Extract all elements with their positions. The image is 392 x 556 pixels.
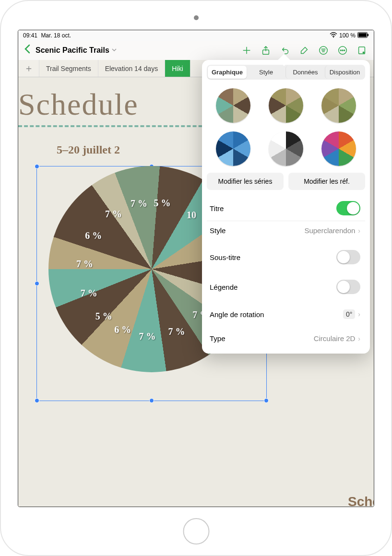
wifi-icon [330, 32, 337, 39]
row-angle[interactable]: Angle de rotation 0°› [207, 304, 365, 324]
battery-percent: 100 % [339, 32, 356, 39]
document-title-button[interactable]: Scenic Pacific Trails [36, 46, 117, 55]
edit-series-button[interactable]: Modifier les séries [207, 173, 284, 190]
row-style[interactable]: Style Superclarendon› [207, 221, 365, 240]
filter-button[interactable] [315, 42, 332, 59]
chevron-down-icon [111, 47, 117, 54]
pie-slice-label: 6 % [114, 324, 131, 335]
pie-slice-label: 5 % [95, 311, 112, 322]
format-popover: Graphique Style Données Disposition Modi… [202, 60, 370, 354]
sheet-tab-2[interactable]: Elevation 14 days [98, 60, 166, 77]
svg-point-8 [342, 50, 343, 51]
status-time: 09:41 [23, 32, 37, 39]
color-theme-swatches [207, 85, 365, 173]
resize-handle[interactable] [35, 164, 39, 169]
resize-handle[interactable] [264, 398, 269, 403]
add-sheet-button[interactable]: ＋ [18, 60, 39, 77]
color-theme-swatch[interactable] [216, 88, 250, 123]
color-theme-swatch[interactable] [216, 131, 250, 166]
svg-rect-3 [368, 34, 368, 36]
edit-references-button[interactable]: Modifier les réf. [288, 173, 365, 190]
pie-slice-label: 7 % [139, 331, 156, 342]
tab-disposition[interactable]: Disposition [325, 66, 364, 79]
color-theme-swatch[interactable] [321, 131, 356, 166]
svg-point-9 [344, 50, 345, 51]
popover-options-list: Titre Style Superclarendon› [207, 196, 365, 240]
pie-slice-label: 5 % [154, 197, 171, 208]
sheet-tab-3[interactable]: Hiki [165, 60, 190, 77]
share-button[interactable] [258, 42, 274, 59]
color-theme-swatch[interactable] [269, 88, 303, 123]
tab-style[interactable]: Style [247, 66, 285, 79]
status-bar: 09:41 Mar. 18 oct. 100 % [18, 30, 374, 41]
svg-point-11 [363, 52, 364, 53]
format-brush-button[interactable] [296, 42, 312, 59]
pie-slice-label: 7 % [131, 198, 147, 209]
pie-slice-label: 7 % [105, 208, 122, 219]
color-theme-swatch[interactable] [269, 131, 303, 166]
sheet-tab-1[interactable]: Trail Segments [39, 60, 98, 77]
collaborate-button[interactable] [354, 42, 370, 59]
heading-divider [18, 125, 220, 127]
pie-slice-label: 6 % [85, 230, 102, 241]
toggle-titre[interactable] [336, 201, 360, 215]
color-theme-swatch[interactable] [321, 88, 356, 123]
chevron-right-icon: › [358, 335, 360, 343]
row-soustitre: Sous-titre [207, 245, 365, 270]
resize-handle[interactable] [35, 398, 39, 403]
chevron-right-icon: › [358, 227, 360, 235]
popover-tabs: Graphique Style Données Disposition [207, 65, 365, 80]
more-button[interactable] [334, 42, 351, 59]
pie-slice-label: 7 % [81, 287, 97, 298]
chevron-right-icon: › [358, 310, 360, 318]
tab-graphique[interactable]: Graphique [208, 66, 247, 79]
tab-donnees[interactable]: Données [285, 66, 325, 79]
pie-slice-label: 10 [187, 210, 196, 221]
row-legende: Légende [207, 274, 365, 299]
svg-rect-2 [358, 33, 367, 37]
document-title: Scenic Pacific Trails [36, 46, 109, 55]
toggle-legende[interactable] [336, 280, 360, 294]
app-toolbar: Scenic Pacific Trails [18, 41, 374, 60]
secondary-heading: Sched Completin [322, 494, 374, 507]
pie-slice-label: 7 % [168, 326, 185, 337]
pie-slice-label: 7 % [76, 258, 93, 269]
svg-point-7 [340, 50, 341, 51]
row-titre: Titre [207, 196, 365, 221]
status-date: Mar. 18 oct. [41, 32, 71, 39]
svg-point-0 [333, 36, 334, 37]
insert-button[interactable] [238, 42, 255, 59]
battery-icon [357, 32, 369, 39]
back-button[interactable] [22, 44, 33, 57]
row-type[interactable]: Type Circulaire 2D› [207, 329, 365, 348]
front-camera [194, 15, 199, 20]
toggle-soustitre[interactable] [336, 250, 360, 264]
resize-handle[interactable] [149, 398, 154, 403]
home-button[interactable] [183, 518, 209, 544]
resize-handle[interactable] [35, 281, 39, 286]
